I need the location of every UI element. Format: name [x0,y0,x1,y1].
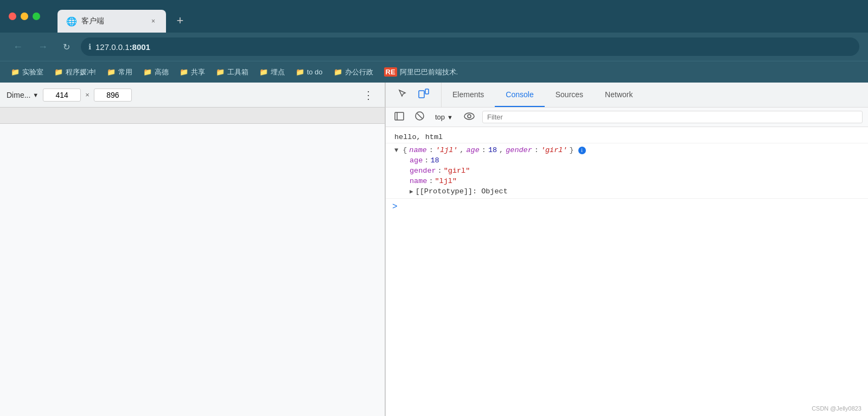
console-filter-input[interactable] [482,111,863,123]
bookmark-label: 常用 [118,67,132,77]
context-selector[interactable]: top ▼ [432,112,456,122]
context-label: top [435,113,445,121]
responsive-toolbar: Dime... ▼ × ⋮ [0,83,385,108]
new-tab-button[interactable]: + [170,11,190,30]
url-bar[interactable]: ℹ 127.0.0.1:8001 [81,37,859,56]
expand-arrow-icon[interactable]: ▼ [394,147,398,154]
object-info-icon[interactable]: i [578,147,586,154]
svg-rect-1 [425,89,429,94]
devtools-icon-group [386,83,442,107]
address-bar: ← → ↻ ℹ 127.0.0.1:8001 [0,33,868,61]
inspect-element-button[interactable] [392,85,413,104]
browser-chrome: 🌐 客户端 × + ← → ↻ ℹ 127.0.0.1:8001 📁 实验室 📁… [0,0,868,83]
devtools-tabs: Elements Console Sources Network [442,83,868,107]
devtools-panel: Elements Console Sources Network [385,83,868,416]
prop-gender: gender : "girl" [410,166,508,176]
tab-sources[interactable]: Sources [545,83,594,107]
folder-icon: 📁 [107,68,116,76]
hello-text: hello, html [394,133,443,141]
forward-button[interactable]: → [34,39,52,55]
width-input[interactable] [43,89,81,102]
window-controls [9,12,40,20]
custom-icon: RE [384,67,397,77]
tab-close-button[interactable]: × [149,16,157,26]
main-area: Dime... ▼ × ⋮ [0,83,868,416]
reload-button[interactable]: ↻ [59,40,74,54]
bookmark-label: 实验室 [22,67,43,77]
folder-icon: 📁 [296,68,304,76]
svg-rect-2 [395,112,404,120]
url-text: 127.0.0.1:8001 [95,42,150,52]
bookmark-item-3[interactable]: 📁 高德 [139,65,173,79]
context-arrow-icon: ▼ [447,114,453,121]
bookmark-item-1[interactable]: 📁 程序媛冲! [50,65,100,79]
clear-console-button[interactable] [412,110,427,124]
folder-icon: 📁 [334,68,342,76]
tab-bar: 🌐 客户端 × + [58,0,190,33]
minimize-button[interactable] [21,12,28,20]
live-expressions-button[interactable] [461,111,478,124]
svg-rect-0 [419,91,424,98]
bookmark-item-7[interactable]: 📁 to do [291,66,327,78]
browser-tab[interactable]: 🌐 客户端 × [58,10,166,33]
tab-title: 客户端 [81,16,145,26]
bookmark-item-4[interactable]: 📁 共享 [175,65,209,79]
bookmark-label: 工具箱 [227,67,248,77]
bookmark-label: to do [307,68,323,76]
bookmark-label: 办公行政 [345,67,373,77]
viewport-gray-bar [0,108,385,124]
console-log-object: ▼ {name: 'ljl', age: 18, gender: 'girl'}… [386,143,868,199]
copyright-text: CSDN @Jelly0823 [812,405,861,412]
bookmark-label: 共享 [191,67,205,77]
console-log-hello: hello, html [386,131,868,143]
sidebar-toggle-button[interactable] [391,110,407,124]
bookmarks-bar: 📁 实验室 📁 程序媛冲! 📁 常用 📁 高德 📁 共享 📁 工具箱 📁 埋点 [0,61,868,83]
svg-line-5 [417,114,422,118]
object-summary[interactable]: ▼ {name: 'ljl', age: 18, gender: 'girl'}… [394,145,586,155]
bookmark-item-8[interactable]: 📁 办公行政 [329,65,378,79]
prompt-chevron-icon: > [392,202,398,212]
bookmark-item-6[interactable]: 📁 埋点 [255,65,289,79]
console-prompt[interactable]: > [386,199,868,215]
prototype-arrow-icon[interactable]: ▶ [410,188,413,195]
height-input[interactable] [94,89,132,102]
bookmark-item-9[interactable]: RE 阿里巴巴前端技术. [380,65,463,79]
bookmark-label: 高德 [155,67,169,77]
page-content [0,124,385,416]
dropdown-arrow-icon: ▼ [33,92,39,98]
bookmark-item-5[interactable]: 📁 工具箱 [212,65,253,79]
prop-name: name : "ljl" [410,176,508,186]
tab-elements[interactable]: Elements [442,83,495,107]
browser-viewport: Dime... ▼ × ⋮ [0,83,385,416]
bookmark-label: 程序媛冲! [66,67,96,77]
folder-icon: 📁 [216,68,225,76]
bookmark-item-2[interactable]: 📁 常用 [103,65,137,79]
folder-icon: 📁 [11,68,20,76]
tab-network[interactable]: Network [594,83,643,107]
tab-console[interactable]: Console [495,83,544,107]
close-button[interactable] [9,12,16,20]
devtools-header: Elements Console Sources Network [386,83,868,108]
tab-icon: 🌐 [66,16,77,27]
more-options-button[interactable]: ⋮ [359,86,378,104]
folder-icon: 📁 [54,68,63,76]
bookmark-label: 阿里巴巴前端技术. [400,67,458,77]
bookmark-label: 埋点 [271,67,285,77]
dimension-separator: × [85,91,90,99]
device-label: Dime... [7,91,30,99]
svg-point-6 [464,113,474,119]
device-selector[interactable]: Dime... ▼ [7,91,39,99]
info-icon: ℹ [88,42,91,51]
prop-prototype[interactable]: ▶ [[Prototype]]: Object [410,186,508,197]
svg-point-7 [468,115,471,118]
device-toggle-button[interactable] [413,85,435,104]
object-properties: age : 18 gender : "girl" name : "ljl" [394,155,508,197]
maximize-button[interactable] [33,12,40,20]
url-port: :8001 [130,42,150,52]
folder-icon: 📁 [259,68,268,76]
back-button[interactable]: ← [9,39,27,55]
url-host: 127.0.0.1 [95,42,130,52]
bookmark-item-0[interactable]: 📁 实验室 [7,65,48,79]
folder-icon: 📁 [143,68,152,76]
folder-icon: 📁 [180,68,188,76]
